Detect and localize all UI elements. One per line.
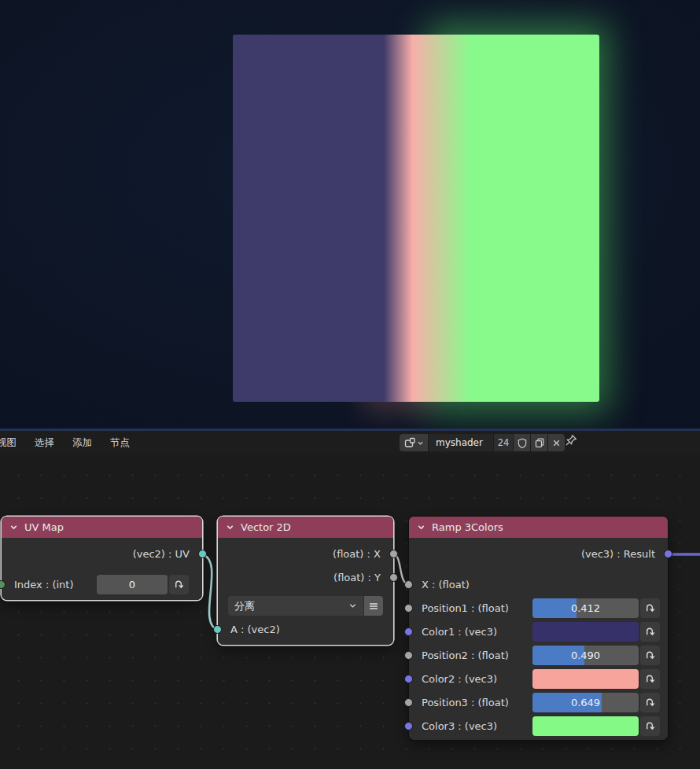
color3-reset-button[interactable]: [640, 716, 660, 736]
render-preview-viewport: [0, 0, 700, 429]
input-label-x: X : (float): [422, 579, 470, 591]
socket-input-position3[interactable]: [404, 698, 413, 707]
input-label-position3: Position3 : (float): [422, 697, 509, 708]
node-uv-map-header[interactable]: UV Map: [2, 517, 202, 538]
pin-icon: [564, 433, 578, 447]
socket-input-color3[interactable]: [404, 722, 413, 730]
reset-arrow-icon: [643, 696, 657, 709]
reset-arrow-icon: [643, 625, 657, 638]
reset-arrow-icon: [172, 578, 186, 591]
index-value-field[interactable]: 0: [97, 575, 168, 594]
position2-slider[interactable]: 0.490: [532, 646, 639, 665]
chevron-down-icon: [417, 440, 424, 447]
reset-arrow-icon: [643, 602, 657, 615]
shader-name-field[interactable]: myshader: [429, 434, 493, 451]
input-label-position2: Position2 : (float): [422, 649, 509, 661]
user-count-badge[interactable]: 24: [494, 434, 513, 451]
reset-arrow-icon: [643, 649, 657, 662]
socket-output-uv[interactable]: [198, 550, 207, 558]
node-title: UV Map: [24, 521, 64, 533]
menu-view[interactable]: 视图: [0, 436, 20, 450]
dropdown-menu-button[interactable]: [364, 596, 383, 616]
browse-shader-button[interactable]: [400, 434, 428, 451]
node-vector-2d[interactable]: Vector 2D (float) : X (float) : Y 分离 A :…: [218, 517, 393, 645]
shield-icon: [517, 437, 528, 449]
shader-datablock-selector: myshader 24: [400, 434, 565, 451]
output-label-result: (vec3) : Result: [581, 548, 655, 560]
copy-icon: [534, 437, 545, 448]
vector-mode-dropdown[interactable]: 分离: [228, 596, 363, 616]
menu-add[interactable]: 添加: [69, 436, 95, 450]
node-ramp-3colors[interactable]: Ramp 3Colors (vec3) : Result X : (float)…: [409, 517, 668, 740]
position1-slider[interactable]: 0.412: [532, 598, 639, 618]
output-label-y: (float) : Y: [333, 572, 381, 583]
collapse-chevron-icon[interactable]: [416, 522, 426, 532]
socket-input-position1[interactable]: [404, 604, 413, 613]
nodetree-icon: [403, 436, 416, 449]
color1-swatch[interactable]: [532, 622, 639, 642]
collapse-chevron-icon[interactable]: [9, 522, 19, 532]
chevron-down-icon: [348, 602, 357, 610]
output-label-uv: (vec2) : UV: [133, 548, 190, 560]
socket-input-position2[interactable]: [404, 651, 413, 660]
node-title: Ramp 3Colors: [432, 521, 503, 533]
shader-editor-window: 视图 选择 添加 节点 myshader 24: [0, 0, 700, 769]
menu-node[interactable]: 节点: [107, 436, 133, 450]
menu-select[interactable]: 选择: [31, 436, 57, 450]
socket-input-a[interactable]: [213, 625, 222, 634]
pin-button[interactable]: [564, 433, 578, 451]
input-label-a: A : (vec2): [230, 624, 280, 635]
node-ramp-3colors-header[interactable]: Ramp 3Colors: [409, 517, 668, 538]
output-label-x: (float) : X: [333, 548, 381, 560]
close-icon: [551, 438, 562, 448]
color2-reset-button[interactable]: [640, 669, 660, 689]
menu-bar: 视图 选择 添加 节点: [0, 436, 133, 450]
node-vector-2d-header[interactable]: Vector 2D: [218, 517, 393, 538]
dropdown-value: 分离: [234, 599, 348, 613]
socket-output-result[interactable]: [664, 550, 672, 558]
slider-value: 0.490: [532, 646, 639, 665]
position3-slider[interactable]: 0.649: [532, 693, 639, 712]
gradient-preview-plane: [233, 35, 599, 402]
color3-swatch[interactable]: [532, 716, 639, 736]
index-reset-button[interactable]: [169, 575, 189, 594]
node-uv-map[interactable]: UV Map (vec2) : UV Index : (int) 0: [2, 517, 202, 600]
socket-input-x[interactable]: [404, 580, 413, 589]
collapse-chevron-icon[interactable]: [225, 522, 235, 532]
position3-reset-button[interactable]: [640, 693, 660, 712]
socket-input-color2[interactable]: [404, 675, 413, 683]
input-label-color2: Color2 : (vec3): [422, 673, 497, 685]
reset-arrow-icon: [643, 672, 657, 686]
input-label-color3: Color3 : (vec3): [422, 720, 497, 732]
color1-reset-button[interactable]: [640, 622, 660, 642]
node-title: Vector 2D: [241, 521, 291, 533]
hamburger-icon: [368, 601, 379, 612]
unlink-datablock-button[interactable]: [548, 434, 565, 451]
position2-reset-button[interactable]: [640, 646, 660, 665]
position1-reset-button[interactable]: [640, 598, 660, 618]
node-editor-header: 视图 选择 添加 节点 myshader 24: [0, 431, 700, 454]
fake-user-button[interactable]: [514, 434, 530, 451]
socket-input-index[interactable]: [0, 580, 6, 589]
reset-arrow-icon: [643, 719, 657, 733]
color2-swatch[interactable]: [532, 669, 639, 689]
socket-output-x[interactable]: [389, 550, 398, 558]
input-label-index: Index : (int): [14, 579, 74, 591]
duplicate-datablock-button[interactable]: [531, 434, 547, 451]
slider-value: 0.649: [532, 693, 639, 712]
input-label-position1: Position1 : (float): [422, 602, 509, 614]
socket-input-color1[interactable]: [404, 627, 413, 636]
input-label-color1: Color1 : (vec3): [422, 626, 497, 638]
socket-output-y[interactable]: [389, 573, 398, 582]
slider-value: 0.412: [532, 598, 639, 618]
